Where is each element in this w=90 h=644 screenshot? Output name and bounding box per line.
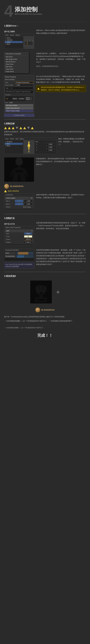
s2-warning-row: 选选中保留用法	[4, 190, 86, 192]
tri-6	[23, 127, 26, 129]
s1-col2: View Driven Constraint Add Driver Add Si…	[4, 52, 86, 73]
menu-item-add-single[interactable]: Add Single Driver	[4, 58, 28, 60]
driver-code-block-2[interactable]: #Python/scripted expression	[5, 90, 33, 93]
props2-x-val[interactable]: 0.000	[46, 143, 54, 146]
blender-viewport-2	[24, 140, 34, 154]
tri-3	[12, 127, 14, 129]
props2-location-row: X 0.000	[35, 143, 56, 146]
var-type-1: Object	[12, 98, 17, 100]
menu-item-add-all[interactable]: Add All Drivers	[4, 60, 28, 63]
light-header[interactable]: Light ▾	[5, 230, 33, 232]
outliner-obj-label: ▷ Object	[5, 41, 11, 43]
props2-z-val[interactable]: 0.000	[46, 149, 54, 151]
driver-prop-col: Driver Property Driver Settings Type Scr…	[4, 75, 34, 117]
owner-value[interactable]: World Space	[22, 206, 32, 208]
s1-set-note: 设定它，在此更改角度表达式定义	[36, 65, 86, 68]
outliner-item-object[interactable]: ▷ Object	[5, 41, 23, 43]
light-expand: ▾	[32, 230, 32, 232]
topbar-view: View	[5, 34, 8, 36]
logo-area-1: BLENDERGG	[4, 184, 86, 189]
svg-point-12	[42, 288, 43, 288]
driver-code-block[interactable]: var = 1	[5, 87, 33, 90]
light-type-val[interactable]: Point	[24, 232, 32, 235]
svg-point-3	[28, 151, 30, 152]
var-row-1: var Object Location World Space	[6, 97, 32, 101]
add-variable-button[interactable]: Add Input Variable	[5, 104, 33, 106]
section-1: 1.添加Driver： 选中定义帧制 View Select Object ▶	[4, 24, 86, 117]
tb2-view: View	[5, 138, 8, 140]
max-x-value[interactable]: 1.000	[24, 203, 32, 205]
constraint-panel: Limit Location ✕ Min X ✓ -1.000 Max X ✓	[5, 197, 34, 208]
type-label: Type	[5, 82, 15, 83]
limit-owner-row: Owner World Space	[5, 206, 33, 208]
outliner-arrow-2: ▶	[5, 40, 6, 40]
light-power-val[interactable]: 1000 W	[24, 238, 32, 240]
logo-icon	[4, 184, 9, 189]
s2-constraint-para: 选选中保留用法 力量属性选在选中Constraints，这里看到中Select-…	[36, 194, 86, 199]
logo-area-2: BLENDERGG	[35, 308, 55, 312]
s3-keyframe-col: Nonlinear Animation Action ArmatureActio…	[4, 249, 34, 269]
page-wrapper: 4 添加控制 插件Driver和关联(Just Executable) 1.添加…	[0, 0, 90, 348]
o2-item2[interactable]: ▷ Bone	[5, 143, 23, 145]
s2-para-1: 确保一切都来在要确认它以前要到的作用。更新最新，一提请记住可以了！	[58, 138, 86, 146]
in-drivers-editor-label: In Drivers Editor	[4, 114, 34, 117]
separator-2	[4, 214, 86, 214]
light-power-row: Power 1000 W	[5, 238, 33, 241]
nla-strip[interactable]	[16, 252, 34, 255]
light-screenshot: Object Data Properties Light ▾ Type Poin…	[4, 226, 34, 245]
props2-header: Item	[35, 141, 56, 143]
nla-strip-2[interactable]	[16, 255, 34, 258]
s1-text-right-1: 选择View→Offset.modifier.这些修改的路径是不是想要记录所有的…	[36, 29, 86, 36]
menu-item-copy-driver[interactable]: Copy Driver	[4, 68, 28, 70]
menu-item-clear-driver[interactable]: Clear Driver	[4, 63, 28, 65]
menu-item-edit-driver[interactable]: Edit Driver	[4, 65, 28, 68]
max-x-label: Max X	[6, 203, 14, 205]
light-radius-val[interactable]: 0.100 m	[24, 241, 32, 243]
menu-item-paste-driver[interactable]: Paste Driver	[4, 70, 28, 73]
min-x-toggle[interactable]: ✓	[15, 200, 23, 202]
var-object-1[interactable]: Location	[18, 98, 25, 100]
light-type-row: Type Point	[5, 232, 33, 235]
s2-warning-triangle	[4, 190, 7, 192]
min-x-value[interactable]: -1.000	[24, 200, 32, 202]
type-value[interactable]: Scripted Expression	[16, 81, 33, 84]
context-menu: View Driven Constraint Add Driver Add Si…	[4, 52, 29, 73]
light-color-val[interactable]: ■	[24, 235, 32, 238]
s1-contextmenu: View Driven Constraint Add Driver Add Si…	[4, 52, 34, 73]
s4-final-note-pre: · 一次性控制这些参数——从一个区域包括到Ctrl+I就可以了。	[4, 326, 86, 329]
light-type-label: Type	[6, 233, 23, 234]
o2-label3: ▷ Mesh	[5, 145, 10, 146]
variable-section: Variables var Object Location World Spac…	[5, 94, 33, 104]
outliner-arrow: ▶	[5, 37, 6, 38]
nla-track-1: Action	[5, 252, 34, 255]
max-x-toggle[interactable]: ✓	[15, 203, 23, 205]
menu-item-add-driver[interactable]: Add Driver	[4, 55, 28, 58]
var-name-1: var	[6, 98, 12, 100]
limit-loc-x-icon: ✕	[31, 197, 32, 199]
blender-area-1: ▶ Scene ▶ Collection ▷ Object	[4, 36, 34, 49]
light-color-label: Color	[6, 236, 23, 237]
menu-item-view-driver[interactable]: View Driven Constraint	[4, 52, 28, 55]
owner-label: Owner	[6, 206, 21, 208]
s2-col3: Constraints Limit Location ✕ Min X ✓ -1.	[4, 194, 86, 212]
section-3: 3.控制灯光 选中定义灯光 Object Data Properties Lig…	[4, 217, 86, 269]
s4-art-row: +	[4, 280, 86, 304]
view-label: View	[5, 102, 8, 104]
title-block: 添加控制 插件Driver和关联(Just Executable)	[15, 6, 42, 15]
logo-text-2: BLENDERGG	[41, 309, 55, 311]
var-value-row: View 0.000	[5, 102, 33, 104]
section-2-heading: 2.控制位移	[4, 122, 86, 125]
driver-value-label: Driver Value	[5, 84, 15, 86]
props2-y-val[interactable]: 0.000	[46, 146, 54, 148]
s3-text-1: 这里设置里面要设看来当有的应该的的的区域。比如之下，这一设置一下的对Constr…	[36, 222, 86, 232]
s1-text-right-3: 这个var代代简化美美关联的对应，下图的var是这只表示说相对小指针向的驱动中来…	[36, 75, 86, 93]
limit-location-header[interactable]: Limit Location ✕	[5, 197, 33, 200]
nla-strip-fill-2	[17, 255, 24, 258]
s4-logo-row: BLENDERGG	[4, 306, 86, 314]
outliner-collection-label: Collection	[7, 39, 13, 41]
update-dependencies-button[interactable]: Update Dependencies	[5, 107, 33, 109]
constraint-screenshot: Constraints Limit Location ✕ Min X ✓ -1.	[4, 194, 34, 210]
s3-para-2: 当然管理定着属性外来好的特殊，第30是的。如果一下 Action一个来在的时间只…	[36, 249, 86, 266]
props2-z-label: Z	[36, 149, 46, 151]
show-drivers-editor-button[interactable]: Show In Drivers Editor	[5, 110, 33, 112]
